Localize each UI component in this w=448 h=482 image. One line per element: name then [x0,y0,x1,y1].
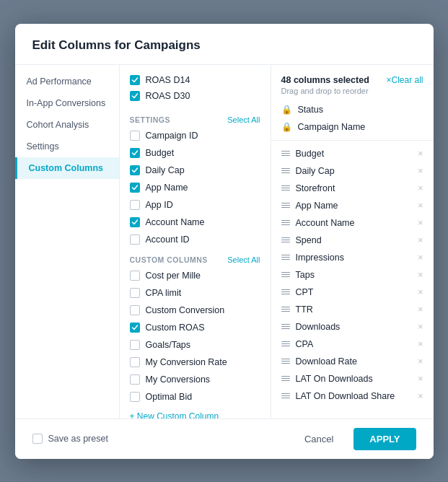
roas-d14-checkbox[interactable] [130,75,140,85]
remove-taps-button[interactable]: × [418,270,423,279]
drag-handle-lat-on-download-share [281,393,290,399]
right-label-account-name: Account Name [296,218,413,228]
my-conversions-checkbox[interactable] [130,374,140,385]
remove-cpa-button[interactable]: × [418,339,423,349]
sidebar-nav: Ad Performance In-App Conversions Cohort… [15,65,120,419]
custom-conversion-item: Custom Conversion [120,302,271,319]
sidebar-item-ad-performance[interactable]: Ad Performance [15,71,119,92]
goals-taps-checkbox[interactable] [130,340,140,350]
optimal-bid-label: Optimal Bid [146,392,193,402]
budget-checkbox[interactable] [130,148,140,158]
cost-per-mille-checkbox[interactable] [130,271,140,281]
remove-lat-on-download-share-button[interactable]: × [418,391,423,400]
right-item-account-name[interactable]: Account Name × [271,214,434,232]
right-item-storefront[interactable]: Storefront × [271,180,434,197]
app-id-item: App ID [120,196,271,214]
right-item-taps[interactable]: Taps × [271,266,434,284]
right-column: 48 columns selected ×Clear all Drag and … [271,65,434,419]
save-preset-area: Save as preset [32,434,108,444]
right-item-lat-on-downloads[interactable]: LAT On Downloads × [271,370,434,387]
custom-select-all[interactable]: Select All [227,255,260,264]
right-item-impressions[interactable]: Impressions × [271,249,434,266]
save-preset-checkbox[interactable] [32,434,43,444]
remove-cpt-button[interactable]: × [418,287,423,297]
right-item-cpt[interactable]: CPT × [271,284,434,301]
cpa-limit-checkbox[interactable] [130,288,140,298]
goals-taps-item: Goals/Taps [120,336,271,354]
right-item-spend[interactable]: Spend × [271,232,434,249]
remove-lat-on-downloads-button[interactable]: × [418,374,423,383]
account-id-checkbox[interactable] [130,235,140,245]
right-item-budget[interactable]: Budget × [271,145,434,162]
app-id-checkbox[interactable] [130,200,140,210]
right-label-app-name: App Name [296,201,413,211]
campaign-id-checkbox[interactable] [130,131,140,141]
drag-handle-lat-on-downloads [281,376,290,382]
remove-app-name-button[interactable]: × [418,201,423,210]
clear-all-button[interactable]: ×Clear all [386,75,423,85]
right-item-cpa[interactable]: CPA × [271,336,434,353]
sidebar-item-in-app-conversions[interactable]: In-App Conversions [15,92,119,114]
remove-storefront-button[interactable]: × [418,183,423,193]
new-custom-column-button[interactable]: + New Custom Column [120,406,271,419]
modal-body: Ad Performance In-App Conversions Cohort… [15,65,434,419]
right-item-lat-on-download-share[interactable]: LAT On Download Share × [271,387,434,405]
right-column-header: 48 columns selected ×Clear all Drag and … [271,72,434,101]
remove-budget-button[interactable]: × [418,149,423,158]
custom-roas-label: Custom ROAS [146,323,205,333]
remove-download-rate-button[interactable]: × [418,356,423,366]
sidebar-item-settings[interactable]: Settings [15,136,119,157]
drag-handle-downloads [281,324,290,330]
right-item-daily-cap[interactable]: Daily Cap × [271,162,434,180]
divider [271,140,434,141]
remove-account-name-button[interactable]: × [418,218,423,227]
roas-d30-label: ROAS D30 [146,91,190,101]
right-label-lat-on-downloads: LAT On Downloads [296,374,413,384]
settings-section-label: SETTINGS [130,115,171,124]
cancel-button[interactable]: Cancel [291,428,346,450]
right-label-spend: Spend [296,235,413,245]
custom-conversion-label: Custom Conversion [146,305,225,315]
sidebar-item-custom-columns[interactable]: Custom Columns [15,157,119,179]
drag-handle-cpt [281,289,290,295]
app-id-label: App ID [146,200,173,210]
apply-button[interactable]: APPLY [353,428,416,450]
custom-roas-checkbox[interactable] [130,323,140,333]
optimal-bid-item: Optimal Bid [120,388,271,406]
roas-d14-item: ROAS D14 [130,72,260,88]
footer-buttons: Cancel APPLY [291,428,416,450]
right-item-downloads[interactable]: Downloads × [271,318,434,336]
modal-header: Edit Columns for Campaigns [15,24,434,65]
settings-select-all[interactable]: Select All [227,115,260,124]
app-name-checkbox[interactable] [130,183,140,193]
remove-ttr-button[interactable]: × [418,304,423,314]
modal-footer: Save as preset Cancel APPLY [15,419,434,459]
drag-handle-budget [281,151,290,157]
drag-handle-storefront [281,185,290,191]
remove-impressions-button[interactable]: × [418,253,423,262]
right-label-cpa: CPA [296,339,413,349]
cost-per-mille-label: Cost per Mille [146,271,201,281]
drag-hint: Drag and drop to reorder [281,87,423,95]
my-conversion-rate-checkbox[interactable] [130,357,140,367]
right-item-download-rate[interactable]: Download Rate × [271,353,434,370]
lock-icon-campaign-name: 🔒 [281,122,292,132]
drag-handle-ttr [281,307,290,312]
save-preset-label: Save as preset [48,434,108,444]
right-label-campaign-name: Campaign Name [298,122,423,132]
remove-spend-button[interactable]: × [418,235,423,245]
my-conversions-label: My Conversions [146,374,211,385]
custom-conversion-checkbox[interactable] [130,305,140,315]
roas-d30-checkbox[interactable] [130,91,140,101]
sidebar-item-cohort-analysis[interactable]: Cohort Analysis [15,114,119,136]
optimal-bid-checkbox[interactable] [130,392,140,402]
remove-daily-cap-button[interactable]: × [418,166,423,175]
right-label-download-rate: Download Rate [296,356,413,367]
right-item-app-name[interactable]: App Name × [271,197,434,214]
remove-downloads-button[interactable]: × [418,322,423,331]
drag-handle-daily-cap [281,168,290,174]
daily-cap-checkbox[interactable] [130,165,140,175]
account-id-label: Account ID [146,235,190,245]
account-name-checkbox[interactable] [130,217,140,227]
right-item-ttr[interactable]: TTR × [271,301,434,318]
